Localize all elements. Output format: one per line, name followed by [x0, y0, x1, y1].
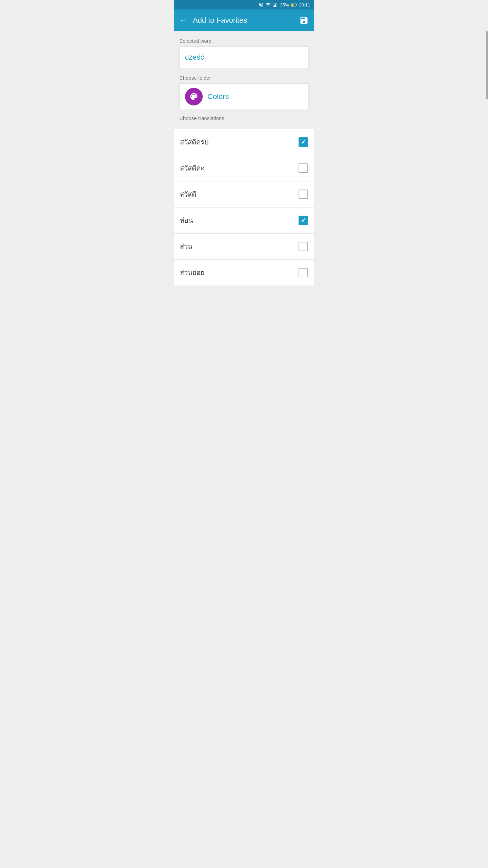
- selected-word-label: Selected word: [179, 38, 309, 44]
- wifi-icon: [265, 2, 271, 7]
- translation-text: ส่วน: [180, 241, 192, 252]
- translation-text: สวัสดีค่ะ: [180, 163, 204, 174]
- translation-text: ส่วนย่อย: [180, 267, 205, 278]
- palette-icon: [189, 92, 199, 101]
- status-icons: [258, 2, 278, 7]
- app-bar: ← Add to Favorites: [174, 9, 314, 31]
- translation-item[interactable]: สวัสดีครับ: [174, 129, 314, 155]
- back-button[interactable]: ←: [179, 16, 187, 25]
- translation-item[interactable]: ส่วนย่อย: [174, 260, 314, 285]
- app-bar-left: ← Add to Favorites: [179, 16, 247, 25]
- signal-icon: [272, 2, 278, 7]
- svg-rect-0: [273, 6, 274, 7]
- svg-rect-1: [274, 5, 275, 7]
- battery-icon: [291, 2, 297, 7]
- translation-checkbox[interactable]: [299, 268, 308, 277]
- folder-selector[interactable]: Colors: [179, 83, 309, 110]
- choose-folder-label: Choose folder: [179, 75, 309, 81]
- translations-list: สวัสดีครับสวัสดีค่ะสวัสดีท่อนส่วนส่วนย่อ…: [174, 129, 314, 285]
- translation-checkbox[interactable]: [299, 137, 308, 147]
- choose-translations-label: Choose translations: [179, 115, 309, 124]
- translation-item[interactable]: ท่อน: [174, 208, 314, 234]
- translation-item[interactable]: ส่วน: [174, 234, 314, 260]
- status-bar: 35% 20:11: [174, 0, 314, 9]
- selected-word-box[interactable]: cześć: [179, 46, 309, 68]
- folder-name: Colors: [207, 92, 229, 101]
- translation-item[interactable]: สวัสดีค่ะ: [174, 155, 314, 181]
- mute-icon: [258, 2, 264, 7]
- translation-text: ท่อน: [180, 215, 193, 226]
- translation-text: สวัสดีครับ: [180, 137, 209, 147]
- translation-checkbox[interactable]: [299, 163, 308, 173]
- svg-rect-3: [277, 6, 277, 7]
- translation-checkbox[interactable]: [299, 190, 308, 199]
- battery-text: 35%: [280, 2, 289, 7]
- save-button[interactable]: [299, 16, 309, 25]
- translation-checkbox[interactable]: [299, 216, 308, 225]
- translation-item[interactable]: สวัสดี: [174, 181, 314, 208]
- translation-checkbox[interactable]: [299, 242, 308, 251]
- svg-rect-5: [296, 4, 297, 6]
- main-content: Selected word cześć Choose folder Colors…: [174, 31, 314, 129]
- svg-rect-2: [275, 4, 276, 7]
- selected-word-value: cześć: [185, 53, 204, 61]
- page-title: Add to Favorites: [193, 16, 247, 25]
- translation-text: สวัสดี: [180, 189, 196, 200]
- time-text: 20:11: [299, 2, 310, 7]
- folder-icon-circle: [185, 88, 203, 105]
